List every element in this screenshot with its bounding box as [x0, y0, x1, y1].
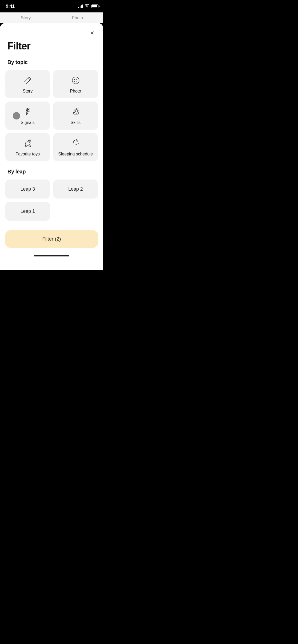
status-time: 9:41 [6, 4, 15, 9]
home-bar [34, 255, 69, 256]
leap-card-leap2[interactable]: Leap 2 [53, 180, 98, 199]
status-bar: 9:41 [0, 0, 103, 12]
rocking-horse-icon [23, 139, 32, 149]
leap-label-leap2: Leap 2 [68, 186, 83, 192]
lightning-icon [23, 107, 32, 118]
topic-card-skills[interactable]: Skills [53, 102, 98, 130]
signals-selected-dot [13, 112, 20, 119]
topic-label-sleeping-schedule: Sleeping schedule [58, 152, 93, 157]
topic-label-skills: Skills [71, 120, 80, 125]
peek-tab-story[interactable]: Story [0, 16, 52, 20]
by-topic-label: By topic [0, 59, 103, 70]
svg-point-3 [76, 79, 77, 80]
leap-label-leap3: Leap 3 [20, 186, 35, 192]
leap-grid: Leap 3 Leap 2 Leap 1 [0, 180, 103, 228]
face-icon [71, 76, 80, 86]
topic-label-signals: Signals [21, 120, 34, 125]
leap-card-leap1[interactable]: Leap 1 [5, 202, 50, 221]
by-leap-label: By leap [0, 169, 103, 180]
topic-card-sleeping-schedule[interactable]: z z Sleeping schedule [53, 133, 98, 161]
topic-label-photo: Photo [70, 89, 81, 94]
modal-title: Filter [0, 38, 103, 59]
leap-card-leap3[interactable]: Leap 3 [5, 180, 50, 199]
topic-card-favorite-toys[interactable]: Favorite toys [5, 133, 50, 161]
home-indicator [0, 253, 103, 259]
svg-text:z: z [78, 140, 78, 141]
svg-point-1 [72, 77, 79, 84]
wifi-icon [85, 4, 89, 8]
svg-point-2 [74, 79, 75, 80]
svg-point-7 [29, 140, 30, 141]
close-button[interactable]: ✕ [87, 28, 97, 38]
topic-grid: Story Photo [0, 70, 103, 169]
sun-cloud-icon [71, 107, 80, 118]
topic-card-photo[interactable]: Photo [53, 70, 98, 98]
topic-label-favorite-toys: Favorite toys [16, 152, 40, 157]
svg-point-6 [25, 142, 30, 145]
peek-bar: Story Photo [0, 12, 103, 23]
filter-button-wrap: Filter (2) [0, 228, 103, 253]
topic-label-story: Story [23, 89, 33, 94]
status-icons [78, 4, 98, 8]
leap-label-leap1: Leap 1 [20, 209, 35, 214]
pencil-icon [23, 76, 32, 86]
close-row: ✕ [0, 23, 103, 38]
filter-button[interactable]: Filter (2) [5, 230, 98, 248]
topic-card-signals[interactable]: Signals [5, 102, 50, 130]
peek-tab-photo[interactable]: Photo [52, 16, 103, 20]
battery-icon [91, 4, 98, 8]
bell-z-icon: z z [71, 139, 80, 149]
filter-modal: ✕ Filter By topic Story [0, 23, 103, 270]
topic-card-story[interactable]: Story [5, 70, 50, 98]
svg-point-0 [87, 7, 87, 7]
signal-bars-icon [78, 4, 83, 8]
